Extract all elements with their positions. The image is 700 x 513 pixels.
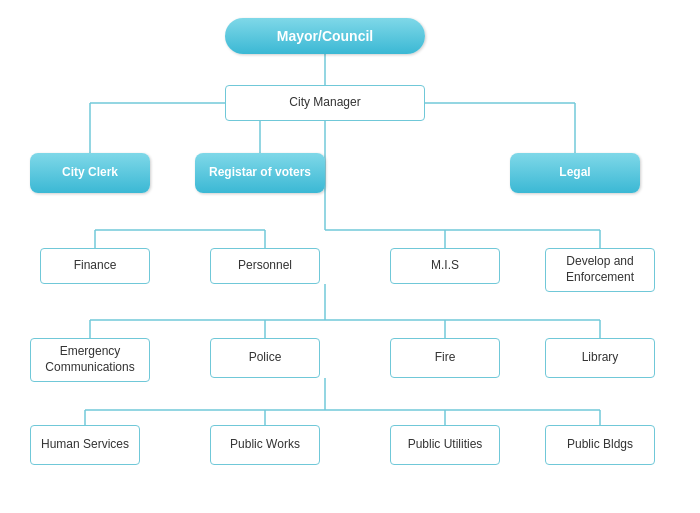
node-label-city_clerk: City Clerk: [62, 165, 118, 181]
node-develop: Develop and Enforcement: [545, 248, 655, 292]
node-legal: Legal: [510, 153, 640, 193]
node-label-mis: M.I.S: [431, 258, 459, 274]
node-police: Police: [210, 338, 320, 378]
node-public_bldgs: Public Bldgs: [545, 425, 655, 465]
node-label-public_bldgs: Public Bldgs: [567, 437, 633, 453]
node-label-fire: Fire: [435, 350, 456, 366]
node-city_manager: City Manager: [225, 85, 425, 121]
node-label-personnel: Personnel: [238, 258, 292, 274]
node-label-public_works: Public Works: [230, 437, 300, 453]
node-label-develop: Develop and Enforcement: [552, 254, 648, 285]
node-fire: Fire: [390, 338, 500, 378]
node-emergency: Emergency Communications: [30, 338, 150, 382]
org-chart: Mayor/CouncilCity ManagerCity ClerkRegis…: [0, 0, 700, 513]
node-public_works: Public Works: [210, 425, 320, 465]
node-finance: Finance: [40, 248, 150, 284]
node-label-finance: Finance: [74, 258, 117, 274]
node-library: Library: [545, 338, 655, 378]
node-registrar: Registar of voters: [195, 153, 325, 193]
node-mayor: Mayor/Council: [225, 18, 425, 54]
node-label-public_utilities: Public Utilities: [408, 437, 483, 453]
node-label-library: Library: [582, 350, 619, 366]
node-mis: M.I.S: [390, 248, 500, 284]
node-label-mayor: Mayor/Council: [277, 27, 373, 45]
node-human_services: Human Services: [30, 425, 140, 465]
node-label-emergency: Emergency Communications: [37, 344, 143, 375]
node-label-human_services: Human Services: [41, 437, 129, 453]
node-label-police: Police: [249, 350, 282, 366]
node-label-city_manager: City Manager: [289, 95, 360, 111]
node-personnel: Personnel: [210, 248, 320, 284]
node-label-registrar: Registar of voters: [209, 165, 311, 181]
node-label-legal: Legal: [559, 165, 590, 181]
node-public_utilities: Public Utilities: [390, 425, 500, 465]
node-city_clerk: City Clerk: [30, 153, 150, 193]
